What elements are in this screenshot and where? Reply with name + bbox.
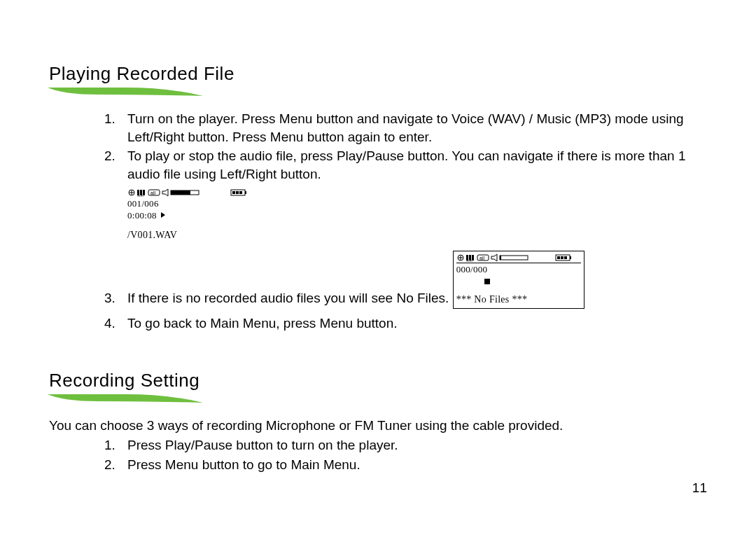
rec-step-1: Press Play/Pause button to turn on the p… <box>119 436 707 454</box>
heading-underline-swoosh <box>49 86 707 103</box>
heading-playing-recorded-file: Playing Recorded File <box>49 63 707 85</box>
lcd-no-files-message: *** No Files *** <box>456 293 581 307</box>
step-2: To play or stop the audio file, press Pl… <box>119 147 707 242</box>
heading-recording-setting: Recording Setting <box>49 370 707 391</box>
lcd-screenshot-playing: NOR all <box>127 188 260 242</box>
heading-underline-swoosh-2 <box>49 393 707 410</box>
lcd-file-counter-2: 000/000 <box>456 263 581 276</box>
svg-rect-13 <box>239 191 242 194</box>
svg-text:NOR: NOR <box>466 259 472 263</box>
step-2-text: To play or stop the audio file, press Pl… <box>127 148 685 181</box>
section-recording-setting: Recording Setting You can choose 3 ways … <box>49 370 707 473</box>
svg-rect-8 <box>171 190 190 195</box>
svg-text:all: all <box>479 256 484 260</box>
svg-text:NOR: NOR <box>137 194 144 197</box>
page-number: 11 <box>692 480 707 496</box>
lcd-filename: /V001.WAV <box>127 229 260 242</box>
svg-rect-10 <box>245 191 246 194</box>
step-3-text: If there is no recorded audio files you … <box>127 291 449 305</box>
svg-rect-21 <box>500 256 528 260</box>
recording-intro: You can choose 3 ways of recording Micro… <box>49 417 707 435</box>
svg-rect-25 <box>557 256 560 259</box>
svg-rect-12 <box>236 191 239 194</box>
svg-rect-24 <box>570 256 571 259</box>
stop-icon <box>484 279 490 284</box>
playing-steps-list: Turn on the player. Press Menu button an… <box>91 110 707 332</box>
svg-rect-27 <box>564 256 567 259</box>
step-4-text: To go back to Main Menu, press Menu butt… <box>127 316 398 331</box>
lcd-file-counter: 001/006 <box>127 197 260 210</box>
lcd-status-bar: NOR all <box>127 188 260 197</box>
rec-step-2: Press Menu button to go to Main Menu. <box>119 456 707 474</box>
lcd-status-bar-2: NOR all <box>456 253 581 263</box>
svg-rect-26 <box>561 256 564 259</box>
step-1-text: Turn on the player. Press Menu button an… <box>127 111 684 144</box>
svg-rect-22 <box>500 256 501 260</box>
recording-steps-list: Press Play/Pause button to turn on the p… <box>91 436 707 473</box>
svg-rect-11 <box>232 191 235 194</box>
step-3: If there is no recorded audio files you … <box>119 246 707 313</box>
lcd-screenshot-nofiles: NOR all 000/000 <box>453 251 584 309</box>
lcd-elapsed-time: 0:00:08 <box>127 209 260 222</box>
step-4: To go back to Main Menu, press Menu butt… <box>119 314 707 333</box>
rec-step-1-text: Press Play/Pause button to turn on the p… <box>127 438 398 452</box>
play-icon <box>161 212 165 218</box>
manual-page: Playing Recorded File Turn on the player… <box>0 0 756 535</box>
svg-text:all: all <box>150 190 155 195</box>
lcd-time-value: 0:00:08 <box>127 210 157 221</box>
step-1: Turn on the player. Press Menu button an… <box>119 110 707 146</box>
rec-step-2-text: Press Menu button to go to Main Menu. <box>127 457 360 472</box>
